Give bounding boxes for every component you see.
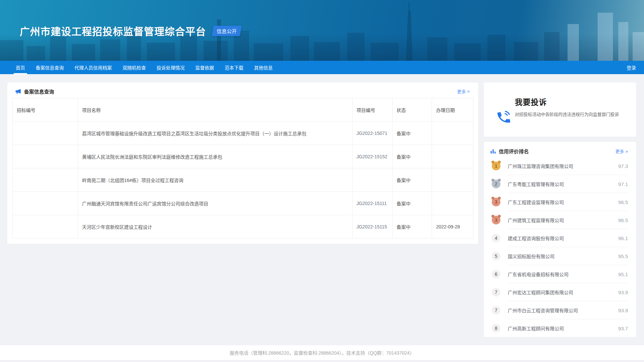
main-nav: 首页 备案信息查询 代理人员信用档案 双随机检查 投诉处理情况 监督依据 范本下… xyxy=(0,61,644,74)
ranking-item: 6广东省机电设备招标有限公司95.1 xyxy=(490,265,628,283)
filing-more-link[interactable]: 更多 » xyxy=(457,88,470,95)
footer-contact-text: 服务电话（管理科:28866220，监督检查科:28866204），技术支持（Q… xyxy=(230,349,414,356)
nav-items: 首页 备案信息查询 代理人员信用档案 双随机检查 投诉处理情况 监督依据 范本下… xyxy=(10,61,627,74)
cell-bid-no xyxy=(13,215,78,238)
cell-bid-no xyxy=(13,122,78,145)
col-status: 状态 xyxy=(392,98,432,122)
company-name: 建成工程咨询股份有限公司 xyxy=(508,235,564,241)
table-header-row: 招标编号 项目名称 项目编号 状态 办理日期 xyxy=(13,98,473,122)
rank-badge: 5 xyxy=(492,252,500,260)
nav-item-agent-credit[interactable]: 代理人员信用档案 xyxy=(69,61,117,74)
page: 广州市建设工程招投标监督管理综合平台 信息公开 首页 备案信息查询 代理人员信用… xyxy=(0,0,644,362)
login-link[interactable]: 登录 xyxy=(627,61,636,74)
cell-project-name: 黄埔区人民法院长洲法庭和东院区审判法庭维修改造工程施工总承包 xyxy=(78,145,352,168)
nav-item-home[interactable]: 首页 xyxy=(10,61,30,74)
ranking-more-label: 更多 xyxy=(615,148,624,154)
company-name: 广东粤能工程管理有限公司 xyxy=(508,181,564,187)
company-name: 广东省机电设备招标有限公司 xyxy=(508,271,569,278)
cell-bid-no xyxy=(13,145,78,168)
score-value: 96.1 xyxy=(618,235,628,241)
company-name: 国义招标股份有限公司 xyxy=(508,253,555,259)
nav-item-complaint-handling[interactable]: 投诉处理情况 xyxy=(151,61,190,74)
cell-project-no xyxy=(352,168,392,192)
cell-date: 2022-09-28 xyxy=(432,215,473,238)
ranking-item: 3广州建筑工程监理有限公司96.5 xyxy=(490,211,628,229)
info-disclosure-label: 信息公开 xyxy=(217,27,237,34)
cell-date xyxy=(432,168,473,192)
filing-more-label: 更多 xyxy=(457,88,466,95)
cell-date xyxy=(432,122,473,145)
megaphone-icon xyxy=(15,88,21,95)
ranking-item: 3广东工程建设监理有限公司96.5 xyxy=(490,193,628,211)
filing-table: 招标编号 项目名称 项目编号 状态 办理日期 荔湾区城市管理基础设施升级改造工程… xyxy=(12,98,473,238)
cell-project-name: 岭南苑二期（北组团16#栋）项目全过程工程咨询 xyxy=(78,168,352,192)
right-column: 我要投诉 对招投标活动中各阶段的违法违规行为向监督部门投诉 信用评价排名 xyxy=(484,82,636,337)
company-name: 广州宏达工程顾问集团有限公司 xyxy=(508,289,573,296)
rank-badge: 2 xyxy=(492,180,500,188)
ranking-panel-header: 信用评价排名 更多 » xyxy=(490,142,628,157)
cell-date xyxy=(432,192,473,215)
ranking-item: 4建成工程咨询股份有限公司96.1 xyxy=(490,229,628,247)
ranking-item: 1广州珠江监理咨询集团有限公司97.3 xyxy=(490,157,628,175)
complaint-description: 对招投标活动中各阶段的违法违规行为向监督部门投诉 xyxy=(515,111,627,118)
rank-badge: 7 xyxy=(492,306,500,315)
company-name: 广州建筑工程监理有限公司 xyxy=(508,217,564,223)
col-bid-no: 招标编号 xyxy=(13,98,78,122)
score-value: 97.1 xyxy=(618,181,628,187)
score-value: 93.9 xyxy=(618,308,628,313)
col-project-name: 项目名称 xyxy=(78,98,352,122)
info-disclosure-badge[interactable]: 信息公开 xyxy=(212,26,241,36)
nav-item-filing-info[interactable]: 备案信息查询 xyxy=(30,61,69,74)
ranking-more-link[interactable]: 更多 » xyxy=(615,148,628,154)
cell-project-no: JG2022-15152 xyxy=(352,145,392,168)
cell-status: 备案中 xyxy=(392,215,432,238)
rank-badge: 6 xyxy=(492,270,500,279)
cell-status: 备案中 xyxy=(392,145,432,168)
nav-item-supervision-basis[interactable]: 监督依据 xyxy=(190,61,219,74)
rank-badge: 8 xyxy=(492,324,500,333)
nav-item-other-info[interactable]: 其他信息 xyxy=(249,61,278,74)
col-date: 办理日期 xyxy=(432,98,473,122)
table-row[interactable]: 广州融通天河宾馆有限责任公司广运宾馆分公司综合改造项目JG2022-15111备… xyxy=(13,192,473,215)
score-value: 95.5 xyxy=(618,253,628,259)
rank-badge: 1 xyxy=(492,162,500,170)
filing-panel-title: 备案信息查询 xyxy=(24,88,54,95)
cell-status: 备案中 xyxy=(392,168,432,192)
cell-bid-no xyxy=(13,192,78,215)
score-value: 97.3 xyxy=(618,163,628,169)
bar-chart-icon xyxy=(490,148,496,154)
score-value: 93.7 xyxy=(618,326,628,331)
page-footer: 服务电话（管理科:28866220，监督检查科:28866204），技术支持（Q… xyxy=(0,345,644,362)
rank-badge: 3 xyxy=(492,198,500,206)
table-row[interactable]: 荔湾区城市管理基础设施升级改造工程项目之荔湾区生活垃圾分类投放点优化提升项目（一… xyxy=(13,122,473,145)
double-chevron-right-icon: » xyxy=(625,149,628,154)
score-value: 96.5 xyxy=(618,217,628,223)
ranking-item: 2广东粤能工程管理有限公司97.1 xyxy=(490,175,628,193)
ranking-item: 5国义招标股份有限公司95.5 xyxy=(490,247,628,265)
table-row[interactable]: 黄埔区人民法院长洲法庭和东院区审判法庭维修改造工程施工总承包JG2022-151… xyxy=(13,145,473,168)
company-name: 广州高新工程顾问有限公司 xyxy=(508,325,564,332)
cell-date xyxy=(432,145,473,168)
company-name: 广州珠江监理咨询集团有限公司 xyxy=(508,163,573,169)
complaint-title: 我要投诉 xyxy=(515,96,627,107)
filing-panel-header: 备案信息查询 更多 » xyxy=(12,82,473,98)
ranking-item: 8广州高新工程顾问有限公司93.7 xyxy=(490,319,628,337)
ranking-panel: 信用评价排名 更多 » 1广州珠江监理咨询集团有限公司97.32广东粤能工程管理… xyxy=(484,142,636,337)
cell-project-no: JG2022-15115 xyxy=(352,215,392,238)
score-value: 96.5 xyxy=(618,199,628,205)
cell-project-name: 天河区少年宫新校区建设工程设计 xyxy=(78,215,352,238)
nav-item-template-download[interactable]: 范本下载 xyxy=(219,61,249,74)
score-value: 95.1 xyxy=(618,272,628,277)
nav-item-random-check[interactable]: 双随机检查 xyxy=(117,61,151,74)
double-chevron-right-icon: » xyxy=(467,88,470,94)
ranking-panel-title: 信用评价排名 xyxy=(499,148,529,155)
main-content: 备案信息查询 更多 » 招标编号 项目名称 项目编号 状态 xyxy=(0,74,644,345)
company-name: 广州市白云工程咨询管理有限公司 xyxy=(508,307,578,314)
table-row[interactable]: 岭南苑二期（北组团16#栋）项目全过程工程咨询备案中 xyxy=(13,168,473,192)
cell-status: 备案中 xyxy=(392,122,432,145)
score-value: 93.9 xyxy=(618,290,628,295)
banner: 广州市建设工程招投标监督管理综合平台 信息公开 xyxy=(0,0,644,61)
complaint-card[interactable]: 我要投诉 对招投标活动中各阶段的违法违规行为向监督部门投诉 xyxy=(484,82,636,137)
table-row[interactable]: 天河区少年宫新校区建设工程设计JG2022-15115备案中2022-09-28 xyxy=(13,215,473,238)
ranking-item: 7广州宏达工程顾问集团有限公司93.9 xyxy=(490,283,628,301)
